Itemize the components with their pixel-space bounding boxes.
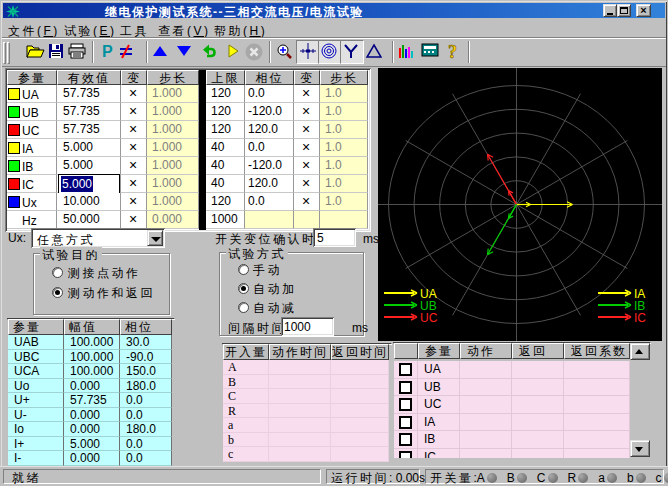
svg-text:P: P: [102, 43, 113, 59]
svg-text:IC: IC: [634, 311, 646, 325]
svg-text:?: ?: [448, 43, 457, 61]
svg-text:UC: UC: [420, 311, 438, 325]
